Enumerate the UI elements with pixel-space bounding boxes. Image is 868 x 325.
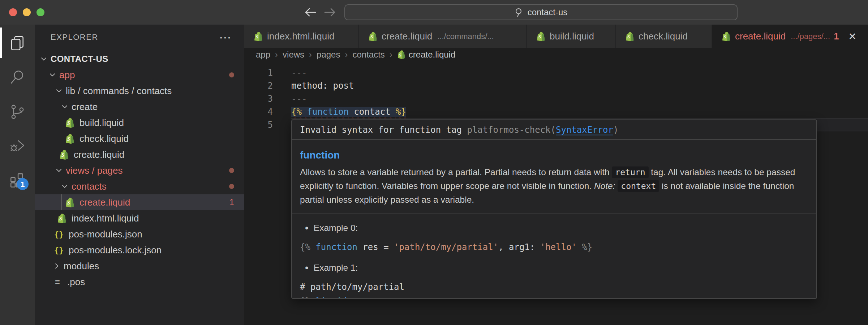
code-line-1[interactable]: 1--- (244, 66, 868, 79)
text-segment: Invalid syntax for function tag (300, 125, 467, 135)
tree-item-app[interactable]: app (35, 67, 244, 83)
syntax-error-link[interactable]: SyntaxError (556, 125, 613, 135)
close-window-button[interactable] (9, 8, 17, 16)
text-segment: {% (300, 296, 315, 299)
tree-item-label: pos-modules.json (69, 229, 142, 240)
sidebar-item-extensions[interactable]: 1 (0, 167, 35, 194)
close-tab-icon[interactable]: ✕ (848, 31, 856, 42)
tree-item-label: .pos (67, 277, 85, 288)
forward-arrow-icon[interactable] (323, 7, 337, 18)
breadcrumb-file[interactable]: Screate.liquid (397, 50, 455, 60)
text-segment: liquid (315, 296, 347, 299)
example-label: •Example 0: (300, 222, 807, 234)
tree-item-create.liquid[interactable]: Screate.liquid (35, 147, 244, 162)
back-arrow-icon[interactable] (304, 7, 317, 18)
window-controls (9, 8, 44, 16)
explorer-title: EXPLORER (51, 33, 98, 42)
svg-text:S: S (61, 152, 64, 158)
zoom-window-button[interactable] (36, 8, 44, 16)
tree-item-build.liquid[interactable]: Sbuild.liquid (35, 115, 244, 131)
example-label-text: Example 0: (314, 223, 358, 233)
liquid-file-icon: S (397, 50, 405, 59)
sidebar-item-explorer[interactable] (0, 29, 35, 57)
liquid-file-icon: S (536, 31, 545, 42)
line-content: --- (273, 94, 307, 104)
tree-item-pos-modules.json[interactable]: {}pos-modules.json (35, 226, 244, 242)
sidebar-item-source-control[interactable] (0, 98, 35, 126)
text-segment: --- (291, 94, 307, 104)
tree-item-lib-commands-contacts[interactable]: lib / commands / contacts (35, 83, 244, 99)
tree-item-index.html.liquid[interactable]: Sindex.html.liquid (35, 210, 244, 226)
sidebar-item-search[interactable] (0, 64, 35, 91)
text-segment: Note: (594, 181, 615, 191)
tree-item-create.liquid[interactable]: Screate.liquid1 (35, 194, 244, 210)
tree-item-pos-modules.lock.json[interactable]: {}pos-modules.lock.json (35, 242, 244, 258)
breadcrumb-item-contacts[interactable]: contacts (352, 50, 384, 60)
tree-item-contact-us[interactable]: CONTACT-US (35, 51, 244, 67)
list-file-icon: ≡ (55, 277, 60, 287)
tree-item-label: pos-modules.lock.json (69, 245, 162, 256)
svg-text:S: S (538, 34, 541, 39)
files-icon (9, 35, 26, 51)
breadcrumb-item-pages[interactable]: pages (317, 50, 340, 60)
text-segment: %} (396, 107, 406, 117)
line-number: 5 (244, 120, 273, 130)
sidebar-item-run-debug[interactable] (0, 132, 35, 160)
tree-item-label: create (72, 101, 98, 113)
text-segment: 'hello' (540, 242, 577, 252)
error-underlined-code: {% function contact %} (291, 107, 406, 117)
liquid-file-icon: S (625, 31, 634, 42)
tree-item-label: modules (64, 261, 99, 272)
tree-item-.pos[interactable]: ≡.pos (35, 274, 244, 290)
hover-description: Allows to store a variable returned by a… (300, 165, 807, 206)
extensions-badge: 1 (17, 178, 29, 190)
tree-item-label: views / pages (66, 165, 123, 176)
tree-item-create[interactable]: create (35, 99, 244, 115)
breadcrumb-item-views[interactable]: views (283, 50, 304, 60)
tab-check.liquid-3[interactable]: Scheck.liquid (616, 25, 712, 48)
code-line-3[interactable]: 3--- (244, 92, 868, 105)
svg-text:S: S (59, 216, 62, 221)
text-segment: method: post (291, 81, 354, 91)
tree-item-check.liquid[interactable]: Scheck.liquid (35, 131, 244, 147)
chevron-down-icon (60, 182, 69, 191)
code-line-4[interactable]: 4{% function contact %} (244, 105, 868, 118)
tree-item-modules[interactable]: modules (35, 258, 244, 274)
example-code-block: # path/to/my/partial{% liquid assign res… (300, 280, 807, 299)
debug-icon (9, 138, 26, 155)
tree-item-views-pages[interactable]: views / pages (35, 162, 244, 178)
line-content: method: post (273, 81, 354, 91)
bullet-icon: • (305, 222, 309, 234)
code-editor[interactable]: 1---2method: post3---4{% function contac… (244, 61, 868, 325)
chevron-down-icon (60, 102, 69, 111)
minimize-window-button[interactable] (23, 8, 31, 16)
tab-path-hint: .../pages/... (791, 32, 830, 41)
indent-guide (61, 194, 62, 210)
tree-item-label: create.liquid (80, 197, 130, 208)
tab-create.liquid-1[interactable]: Screate.liquid.../commands/... (359, 25, 527, 48)
chevron-right-icon (52, 262, 61, 270)
hover-divider (292, 214, 816, 214)
breadcrumb-item-app[interactable]: app (256, 50, 270, 60)
file-tree: CONTACT-USapplib / commands / contactscr… (35, 51, 244, 290)
tab-index.html.liquid-0[interactable]: Sindex.html.liquid (244, 25, 359, 48)
tab-build.liquid-2[interactable]: Sbuild.liquid (527, 25, 616, 48)
tab-create.liquid-4[interactable]: Screate.liquid.../pages/...1✕ (712, 25, 868, 48)
svg-text:S: S (256, 34, 258, 39)
tab-label: index.html.liquid (267, 31, 334, 42)
json-file-icon: {} (54, 246, 64, 255)
liquid-file-icon: S (65, 197, 74, 208)
text-segment: {% (291, 107, 302, 117)
tab-label: create.liquid (735, 31, 786, 42)
code-line-2[interactable]: 2method: post (244, 79, 868, 92)
liquid-file-icon: S (65, 134, 74, 144)
title-bar: contact-us (0, 0, 868, 25)
line-number: 3 (244, 94, 273, 104)
text-segment: context (618, 180, 659, 192)
tree-item-contacts[interactable]: contacts (35, 178, 244, 194)
explorer-more-actions-icon[interactable]: ⋯ (219, 34, 231, 41)
modified-dot-badge (229, 168, 234, 173)
text-segment: contact (349, 107, 396, 117)
command-center-search[interactable]: contact-us (344, 4, 738, 20)
text-segment: return (612, 166, 648, 178)
